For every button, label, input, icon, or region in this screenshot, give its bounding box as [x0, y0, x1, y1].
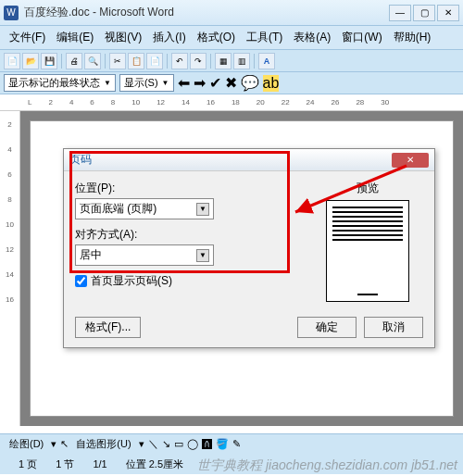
reject-icon[interactable]: ✖ [225, 74, 237, 92]
ok-button[interactable]: 确定 [297, 317, 357, 338]
format-button[interactable]: 格式(F)... [75, 317, 141, 338]
rectangle-icon[interactable]: ▭ [174, 438, 183, 450]
cancel-button[interactable]: 取消 [364, 317, 423, 338]
fill-icon[interactable]: 🪣 [216, 438, 229, 450]
paste-icon[interactable]: 📄 [146, 53, 163, 69]
reviewing-toolbar: 显示标记的最终状态▼ 显示(S)▼ ⬅ ➡ ✔ ✖ 💬 ab [0, 72, 463, 94]
copy-icon[interactable]: 📋 [128, 53, 144, 69]
columns-icon[interactable]: ▥ [233, 53, 250, 69]
dialog-titlebar: 页码 ✕ [64, 149, 434, 171]
page-number-dialog: 页码 ✕ 位置(P): 页面底端 (页脚) ▼ 对齐方式(A): 居中 ▼ 首页… [63, 148, 435, 348]
line-icon[interactable]: ＼ [148, 437, 158, 451]
menu-file[interactable]: 文件(F) [4, 28, 51, 47]
preview-label: 预览 [312, 181, 423, 196]
comment-icon[interactable]: 💬 [241, 74, 259, 92]
track-changes-combo[interactable]: 显示标记的最终状态▼ [4, 74, 116, 92]
drawing-toolbar: 绘图(D)▾ ↖ 自选图形(U)▾ ＼ ↘ ▭ ◯ 🅰 🪣 ✎ [0, 433, 463, 454]
chevron-down-icon: ▼ [196, 249, 209, 262]
pointer-icon[interactable]: ↖ [60, 438, 69, 450]
line-color-icon[interactable]: ✎ [232, 438, 241, 450]
status-position: 位置 2.5厘米 [126, 457, 183, 471]
draw-menu[interactable]: 绘图(D) [6, 437, 47, 451]
preview-image [326, 200, 409, 302]
prev-change-icon[interactable]: ⬅ [178, 74, 190, 92]
font-icon[interactable]: A [258, 53, 275, 69]
menu-view[interactable]: 视图(V) [99, 28, 147, 47]
vertical-ruler: 246810121416 [0, 111, 20, 426]
minimize-button[interactable]: — [389, 5, 411, 21]
menu-bar: 文件(F) 编辑(E) 视图(V) 插入(I) 格式(O) 工具(T) 表格(A… [0, 26, 463, 50]
first-page-checkbox[interactable] [75, 275, 87, 287]
open-icon[interactable]: 📂 [22, 53, 39, 69]
show-combo[interactable]: 显示(S)▼ [119, 74, 174, 92]
menu-window[interactable]: 窗口(W) [336, 28, 387, 47]
table-icon[interactable]: ▦ [215, 53, 232, 69]
menu-insert[interactable]: 插入(I) [147, 28, 191, 47]
alignment-label: 对齐方式(A): [75, 227, 297, 243]
maximize-button[interactable]: ▢ [413, 5, 435, 21]
watermark: 世宇典教程 jiaocheng.shezidian.com jb51.net [197, 458, 457, 472]
status-section: 1 节 [56, 457, 74, 471]
next-change-icon[interactable]: ➡ [194, 74, 206, 92]
accept-icon[interactable]: ✔ [209, 74, 221, 92]
position-label: 位置(P): [75, 181, 297, 196]
dialog-close-button[interactable]: ✕ [392, 153, 429, 168]
redo-icon[interactable]: ↷ [190, 53, 206, 69]
highlight-icon[interactable]: ab [263, 75, 280, 92]
menu-format[interactable]: 格式(O) [192, 28, 241, 47]
window-title: 百度经验.doc - Microsoft Word [24, 5, 389, 20]
print-icon[interactable]: 🖨 [66, 53, 82, 69]
standard-toolbar: 📄 📂 💾 🖨 🔍 ✂ 📋 📄 ↶ ↷ ▦ ▥ A [0, 50, 463, 72]
dialog-title: 页码 [69, 152, 92, 168]
first-page-label: 首页显示页码(S) [91, 273, 172, 289]
cut-icon[interactable]: ✂ [109, 53, 126, 69]
undo-icon[interactable]: ↶ [171, 53, 188, 69]
status-pages: 1/1 [93, 458, 106, 470]
status-page: 1 页 [19, 457, 37, 471]
title-bar: W 百度经验.doc - Microsoft Word — ▢ ✕ [0, 0, 463, 26]
new-icon[interactable]: 📄 [4, 53, 20, 69]
menu-help[interactable]: 帮助(H) [388, 28, 437, 47]
save-icon[interactable]: 💾 [41, 53, 57, 69]
oval-icon[interactable]: ◯ [187, 438, 198, 450]
menu-edit[interactable]: 编辑(E) [51, 28, 99, 47]
horizontal-ruler: L24681012141618202224262830 [0, 94, 463, 111]
menu-table[interactable]: 表格(A) [288, 28, 336, 47]
alignment-combo[interactable]: 居中 ▼ [75, 244, 214, 266]
close-button[interactable]: ✕ [437, 5, 459, 21]
arrow-icon[interactable]: ↘ [162, 438, 170, 450]
word-icon: W [4, 6, 19, 20]
chevron-down-icon: ▼ [196, 203, 209, 216]
position-combo[interactable]: 页面底端 (页脚) ▼ [75, 198, 214, 219]
preview-icon[interactable]: 🔍 [84, 53, 101, 69]
textbox-icon[interactable]: 🅰 [202, 439, 212, 450]
autoshapes-menu[interactable]: 自选图形(U) [72, 437, 134, 451]
menu-tools[interactable]: 工具(T) [241, 28, 288, 47]
